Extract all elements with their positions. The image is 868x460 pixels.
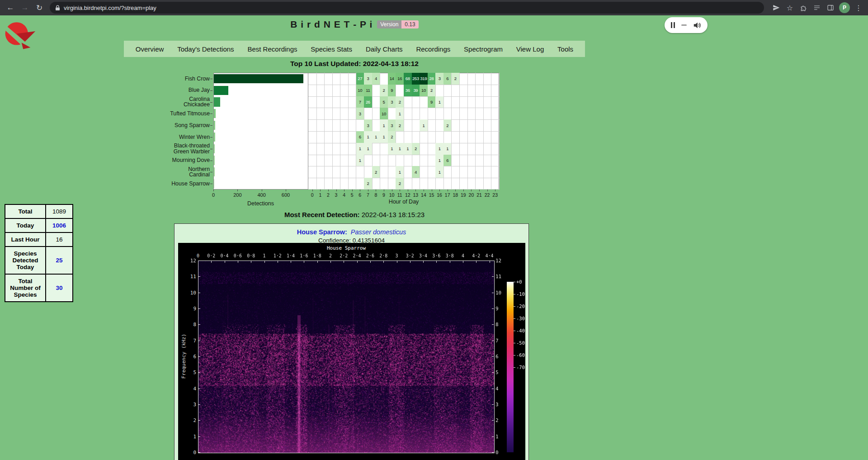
send-icon[interactable]: [770, 2, 782, 14]
nav-item-overview[interactable]: Overview: [134, 45, 166, 53]
side-panel-icon[interactable]: [825, 2, 836, 14]
heat-cell-mourning-dove-h3: [332, 155, 341, 167]
colorbar-tick: [514, 282, 515, 282]
nav-item-today-s-detections[interactable]: Today's Detections: [175, 45, 236, 53]
hour-axis-tick: [392, 190, 392, 191]
time-axis-tick: [450, 261, 450, 263]
stats-value-today[interactable]: 1006: [46, 218, 73, 232]
species-axis-tick: [210, 125, 212, 126]
nav-item-tools[interactable]: Tools: [556, 45, 575, 53]
pause-button[interactable]: [671, 22, 675, 28]
nav-item-best-recordings[interactable]: Best Recordings: [245, 45, 299, 53]
heat-cell-fish-crow-h17: 6: [443, 73, 452, 85]
volume-icon[interactable]: [693, 22, 701, 29]
nav-item-view-log[interactable]: View Log: [514, 45, 546, 53]
forward-button[interactable]: →: [18, 1, 32, 14]
freq-axis-tick-label-right: 9: [495, 306, 506, 312]
colorbar-tick: [514, 367, 515, 368]
heat-cell-northern-cardinal-h1: [316, 166, 325, 178]
freq-axis-tick-left: [198, 404, 200, 405]
time-axis-tick-label: 3·8: [443, 253, 457, 258]
detection-card: House Sparrow:Passer domesticus Confiden…: [174, 223, 529, 460]
hour-axis-label: Hour of Day: [372, 199, 435, 205]
freq-axis-tick-left: [198, 293, 200, 293]
heat-cell-carolina-chickadee-h3: [332, 96, 341, 109]
stats-row-total: Total1089: [5, 204, 73, 218]
reload-button[interactable]: ↻: [33, 1, 46, 14]
heat-cell-song-sparrow-h23: [491, 119, 500, 132]
time-axis-tick-label: 1·4: [284, 253, 297, 258]
heat-cell-carolina-chickadee-h8: [372, 96, 381, 109]
time-axis-tick-label: 1·8: [311, 253, 324, 258]
detection-scientific-name[interactable]: Passer domesticus: [351, 228, 406, 236]
freq-axis-tick-label-left: 5: [185, 370, 196, 375]
hour-axis-tick-label: 23: [490, 192, 500, 198]
heat-cell-tufted-titmouse-h23: [491, 108, 500, 120]
heat-cell-northern-cardinal-h14: [420, 166, 428, 178]
species-axis-tick: [210, 161, 212, 161]
menu-kebab-icon[interactable]: ⋮: [853, 2, 864, 14]
nav-item-daily-charts[interactable]: Daily Charts: [364, 45, 405, 53]
spectrogram-frame: [198, 261, 495, 453]
colorbar-tick: [514, 331, 515, 331]
heat-cell-black-throated-green-warbler-h18: [452, 143, 460, 155]
heat-cell-blue-jay-h10: 9: [388, 85, 396, 97]
heat-cell-blue-jay-h13: 39: [412, 85, 420, 97]
freq-axis-tick-right: [492, 308, 494, 309]
heat-cell-mourning-dove-h21: [475, 155, 484, 167]
playlist-icon[interactable]: [811, 2, 823, 14]
stats-value-total-number-of-species[interactable]: 30: [46, 274, 73, 302]
time-axis-tick: [238, 261, 238, 263]
seek-dash[interactable]: [681, 24, 687, 26]
bar-axis-tick-label: 200: [232, 192, 243, 198]
hour-axis-tick: [424, 190, 424, 191]
heat-cell-winter-wren-h22: [483, 131, 492, 143]
heat-cell-blue-jay-h5: [348, 85, 357, 97]
freq-axis-tick-label-right: 12: [495, 258, 506, 264]
heat-cell-winter-wren-h17: [443, 131, 452, 143]
heat-cell-carolina-chickadee-h2: [324, 96, 333, 109]
bar-axis-tick: [213, 190, 214, 191]
extensions-puzzle-icon[interactable]: [797, 2, 809, 14]
heat-cell-fish-crow-h4: [340, 73, 349, 85]
bar-axis-tick: [237, 190, 238, 191]
heat-cell-song-sparrow-h12: [404, 119, 412, 132]
version-value: 0.13: [401, 20, 418, 28]
stats-row-last-hour: Last Hour16: [5, 232, 73, 247]
address-bar[interactable]: virginia.birdnetpi.com/?stream=play: [50, 2, 764, 14]
freq-axis-tick-left: [198, 324, 200, 325]
freq-axis-tick-label-right: 10: [495, 290, 506, 296]
back-button[interactable]: ←: [4, 1, 17, 14]
heat-cell-carolina-chickadee-h19: [459, 96, 468, 109]
species-label-carolina-chickadee: Carolina Chickadee: [166, 96, 210, 108]
heat-cell-house-sparrow-h11: 2: [396, 178, 404, 190]
stats-value-species-detected-today[interactable]: 25: [46, 247, 73, 274]
colorbar-tick: [514, 355, 515, 356]
hour-axis-tick: [312, 190, 313, 191]
nav-item-spectrogram[interactable]: Spectrogram: [462, 45, 505, 53]
heat-cell-northern-cardinal-h22: [483, 166, 492, 178]
colorbar-tick: [514, 294, 515, 294]
nav-item-species-stats[interactable]: Species Stats: [309, 45, 354, 53]
nav-item-recordings[interactable]: Recordings: [414, 45, 452, 53]
bar-axis-tick-label: 400: [256, 192, 267, 198]
heat-cell-northern-cardinal-h17: [443, 166, 452, 178]
freq-axis-tick-label-right: 1: [495, 434, 506, 440]
profile-avatar[interactable]: P: [839, 2, 850, 13]
time-axis-tick: [330, 261, 331, 263]
heat-cell-northern-cardinal-h4: [340, 166, 349, 178]
heat-cell-carolina-chickadee-h12: [404, 96, 412, 109]
detection-species-link[interactable]: House Sparrow:: [297, 228, 347, 236]
stats-label: Total Number of Species: [5, 274, 46, 302]
heat-cell-northern-cardinal-h2: [324, 166, 333, 178]
heat-cell-mourning-dove-h12: [404, 155, 412, 167]
heat-cell-black-throated-green-warbler-h9: [380, 143, 388, 155]
time-axis-tick: [211, 261, 212, 263]
version-label: Version: [377, 20, 401, 28]
colorbar-tick: [514, 318, 515, 319]
heat-cell-black-throated-green-warbler-h13: 2: [412, 143, 420, 155]
time-axis-tick-label: 2: [324, 253, 337, 258]
bookmark-star-icon[interactable]: ☆: [784, 2, 796, 14]
heat-cell-mourning-dove-h7: [364, 155, 373, 167]
time-axis-tick-label: 4: [456, 253, 470, 258]
